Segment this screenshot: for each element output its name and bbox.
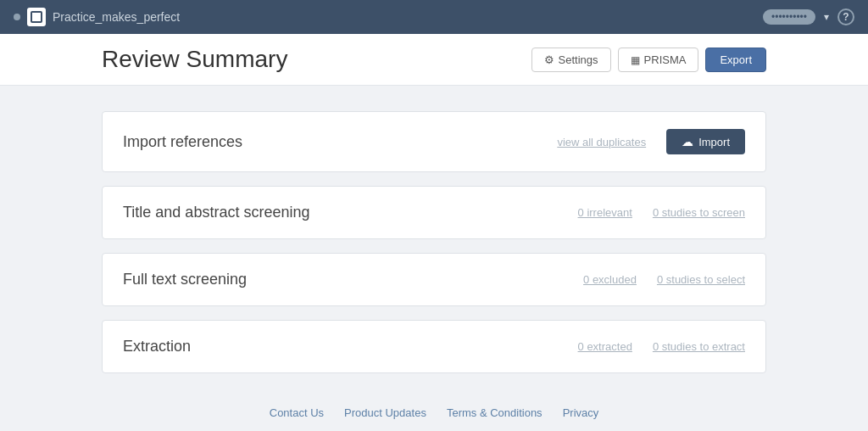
settings-button[interactable]: Settings bbox=[531, 48, 611, 72]
studies-to-screen-link[interactable]: 0 studies to screen bbox=[653, 206, 745, 219]
full-text-screening-card: Full text screening 0 excluded 0 studies… bbox=[102, 253, 766, 306]
import-button[interactable]: Import bbox=[666, 129, 745, 154]
navbar: Practice_makes_perfect •••••••••• ▾ ? bbox=[0, 0, 868, 34]
title-abstract-screening-title: Title and abstract screening bbox=[123, 204, 309, 221]
full-text-screening-title: Full text screening bbox=[123, 271, 247, 288]
import-references-title: Import references bbox=[123, 133, 242, 151]
contact-us-link[interactable]: Contact Us bbox=[270, 406, 324, 419]
title-abstract-card-actions: 0 irrelevant 0 studies to screen bbox=[578, 206, 745, 219]
product-updates-link[interactable]: Product Updates bbox=[344, 406, 426, 419]
extraction-card: Extraction 0 extracted 0 studies to extr… bbox=[102, 320, 766, 373]
excluded-link[interactable]: 0 excluded bbox=[583, 273, 637, 286]
footer: Contact Us Product Updates Terms & Condi… bbox=[0, 395, 868, 431]
export-button[interactable]: Export bbox=[705, 48, 766, 72]
navbar-right: •••••••••• ▾ ? bbox=[763, 8, 854, 25]
page-header: Review Summary Settings PRISMA Export bbox=[0, 34, 868, 86]
studies-to-select-link[interactable]: 0 studies to select bbox=[657, 273, 745, 286]
irrelevant-link[interactable]: 0 irrelevant bbox=[578, 206, 632, 219]
extraction-card-actions: 0 extracted 0 studies to extract bbox=[578, 340, 745, 353]
privacy-link[interactable]: Privacy bbox=[563, 406, 599, 419]
gear-icon bbox=[544, 53, 554, 66]
page-title: Review Summary bbox=[102, 46, 287, 73]
status-dot bbox=[14, 14, 20, 20]
terms-conditions-link[interactable]: Terms & Conditions bbox=[447, 406, 542, 419]
user-badge[interactable]: •••••••••• bbox=[763, 9, 815, 25]
cloud-upload-icon bbox=[682, 135, 693, 148]
import-references-card: Import references view all duplicates Im… bbox=[102, 111, 766, 172]
app-logo bbox=[27, 8, 46, 26]
table-icon bbox=[631, 53, 640, 66]
header-actions: Settings PRISMA Export bbox=[531, 48, 766, 72]
navbar-left: Practice_makes_perfect bbox=[14, 8, 180, 26]
full-text-card-actions: 0 excluded 0 studies to select bbox=[583, 273, 745, 286]
main-content: Import references view all duplicates Im… bbox=[0, 86, 868, 412]
studies-to-extract-link[interactable]: 0 studies to extract bbox=[653, 340, 745, 353]
chevron-down-icon[interactable]: ▾ bbox=[824, 11, 829, 23]
import-card-actions: view all duplicates Import bbox=[557, 129, 745, 154]
extracted-link[interactable]: 0 extracted bbox=[578, 340, 632, 353]
extraction-title: Extraction bbox=[123, 338, 191, 355]
view-all-duplicates-link[interactable]: view all duplicates bbox=[557, 136, 646, 148]
title-abstract-screening-card: Title and abstract screening 0 irrelevan… bbox=[102, 186, 766, 239]
help-icon[interactable]: ? bbox=[837, 8, 854, 25]
app-name: Practice_makes_perfect bbox=[53, 10, 180, 24]
prisma-button[interactable]: PRISMA bbox=[618, 48, 699, 72]
